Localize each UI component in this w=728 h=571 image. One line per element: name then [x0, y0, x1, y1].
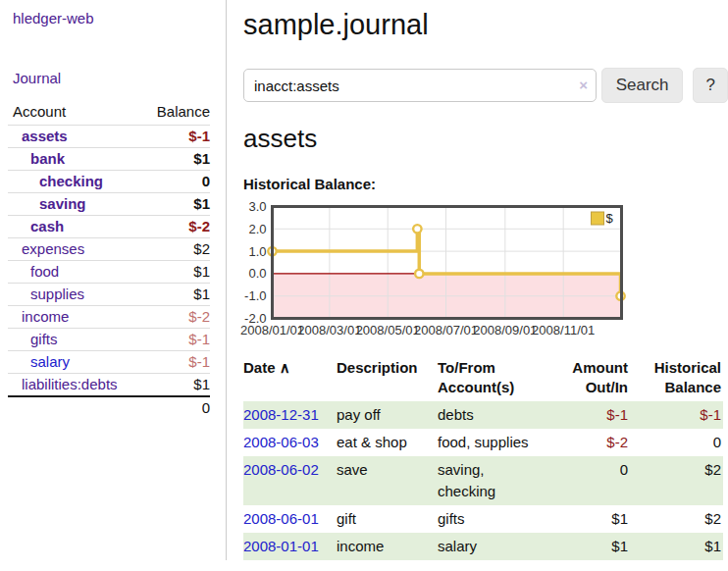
y-tick-label: 2.0 — [248, 222, 266, 236]
transaction-balance: $1 — [630, 533, 723, 560]
accounts-header-row: Account Balance — [8, 102, 210, 126]
account-row-gifts: gifts $-1 — [8, 329, 210, 351]
account-link-gifts[interactable]: gifts — [30, 331, 58, 347]
account-link-assets[interactable]: assets — [22, 128, 68, 144]
register-header-row: Date ∧ Description To/From Account(s) Am… — [243, 356, 723, 401]
search-input[interactable] — [243, 69, 597, 102]
account-link-expenses[interactable]: expenses — [22, 240, 84, 257]
register-header-description: Description — [337, 356, 438, 401]
account-row-assets: assets $-1 — [8, 126, 210, 148]
account-balance-food: $1 — [140, 261, 210, 284]
account-link-supplies[interactable]: supplies — [30, 286, 84, 302]
x-tick-label: 2008/03/01 — [297, 323, 361, 337]
y-tick-label: 1.0 — [248, 244, 266, 259]
account-balance-supplies: $1 — [140, 284, 210, 306]
x-tick-label: 2008/07/01 — [414, 323, 478, 337]
transaction-description: eat & shop — [337, 429, 438, 456]
x-tick-label: 2008/09/01 — [473, 323, 537, 337]
account-row-expenses: expenses $2 — [8, 238, 210, 261]
account-balance-liabilities-debts: $1 — [140, 374, 210, 397]
clear-search-icon[interactable]: × — [579, 77, 588, 94]
transaction-amount: $1 — [551, 533, 630, 560]
account-row-liabilities-debts: liabilities:debts $1 — [8, 374, 210, 397]
transaction-amount: $1 — [551, 505, 630, 533]
transaction-accounts: gifts — [438, 505, 551, 533]
x-tick-label: 2008/05/01 — [356, 323, 420, 337]
account-balance-gifts: $-1 — [140, 329, 210, 351]
transaction-balance: 0 — [630, 429, 723, 456]
chart-heading: Historical Balance: — [243, 176, 728, 192]
register-header-balance: Historical Balance — [630, 356, 723, 401]
account-row-income: income $-2 — [8, 306, 210, 329]
brand-link[interactable]: hledger-web — [13, 10, 226, 26]
register-row: 2008-06-03 eat & shop food, supplies $-2… — [243, 429, 723, 456]
transaction-amount: 0 — [551, 456, 630, 505]
account-balance-assets: $-1 — [140, 126, 210, 148]
accounts-header-balance: Balance — [140, 102, 210, 126]
account-row-saving: saving $1 — [8, 193, 210, 216]
register-row: 2008-12-31 pay off debts $-1 $-1 — [243, 401, 723, 429]
search-form: × Search ? — [243, 68, 728, 103]
account-balance-expenses: $2 — [140, 238, 210, 261]
register-row: 2008-06-02 save saving, checking 0 $2 — [243, 456, 723, 505]
transaction-date-link[interactable]: 2008-06-02 — [243, 461, 319, 478]
account-link-bank[interactable]: bank — [30, 150, 65, 167]
account-link-salary[interactable]: salary — [30, 353, 70, 370]
register-header-account: To/From Account(s) — [438, 356, 551, 401]
account-balance-saving: $1 — [140, 193, 210, 216]
transaction-balance: $2 — [630, 505, 723, 533]
search-button[interactable]: Search — [601, 68, 683, 103]
transaction-description: income — [337, 533, 438, 560]
account-row-salary: salary $-1 — [8, 351, 210, 374]
transaction-accounts: debts — [438, 401, 551, 429]
chart-data-marker — [413, 225, 421, 233]
account-balance-checking: 0 — [140, 171, 210, 193]
transaction-description: pay off — [337, 401, 438, 429]
legend-swatch — [592, 212, 604, 225]
account-link-food[interactable]: food — [30, 263, 59, 280]
chart-data-marker — [415, 270, 423, 278]
transaction-accounts: saving, checking — [438, 456, 551, 505]
historical-balance-chart: $3.02.01.00.0-1.0-2.02008/01/012008/03/0… — [243, 199, 704, 340]
account-balance-income: $-2 — [140, 306, 210, 329]
register-header-date-label: Date — [243, 359, 276, 376]
account-row-food: food $1 — [8, 261, 210, 284]
accounts-total-value: 0 — [140, 396, 210, 419]
account-heading: assets — [243, 124, 728, 153]
register-header-date[interactable]: Date ∧ — [243, 356, 337, 401]
account-row-checking: checking 0 — [8, 171, 210, 193]
account-balance-salary: $-1 — [140, 351, 210, 374]
transaction-description: gift — [337, 505, 438, 533]
help-button[interactable]: ? — [693, 68, 728, 103]
transaction-date-link[interactable]: 2008-01-01 — [243, 538, 319, 554]
transaction-accounts: salary — [438, 533, 551, 560]
account-link-liabilities-debts[interactable]: liabilities:debts — [22, 376, 118, 392]
transaction-amount: $-2 — [551, 429, 630, 456]
balance-chart-svg: $3.02.01.00.0-1.0-2.02008/01/012008/03/0… — [243, 199, 704, 340]
accounts-table: Account Balance assets $-1 bank $1 check… — [8, 102, 210, 419]
main-content: sample.journal × Search ? assets Histori… — [227, 0, 728, 560]
page: hledger-web Journal Account Balance asse… — [0, 0, 728, 560]
transaction-amount: $-1 — [551, 401, 630, 429]
account-link-checking[interactable]: checking — [39, 173, 103, 189]
x-tick-label: 2008/01/01 — [240, 323, 304, 337]
x-tick-label: 2008/11/01 — [532, 323, 595, 337]
sidebar: hledger-web Journal Account Balance asse… — [0, 0, 227, 560]
sort-ascending-icon: ∧ — [280, 359, 290, 376]
register-header-amount: Amount Out/In — [551, 356, 630, 401]
account-row-bank: bank $1 — [8, 148, 210, 171]
transaction-accounts: food, supplies — [438, 429, 551, 456]
account-row-cash: cash $-2 — [8, 216, 210, 238]
account-link-income[interactable]: income — [22, 308, 69, 325]
page-title: sample.journal — [243, 8, 728, 41]
transaction-date-link[interactable]: 2008-06-03 — [243, 434, 319, 450]
transaction-balance: $-1 — [630, 401, 723, 429]
sidebar-item-journal[interactable]: Journal — [13, 70, 226, 86]
register-table: Date ∧ Description To/From Account(s) Am… — [243, 356, 723, 560]
account-link-cash[interactable]: cash — [30, 218, 64, 234]
account-link-saving[interactable]: saving — [39, 195, 86, 212]
account-balance-cash: $-2 — [140, 216, 210, 238]
y-tick-label: -1.0 — [244, 288, 266, 303]
transaction-date-link[interactable]: 2008-06-01 — [243, 510, 319, 527]
transaction-date-link[interactable]: 2008-12-31 — [243, 406, 319, 423]
